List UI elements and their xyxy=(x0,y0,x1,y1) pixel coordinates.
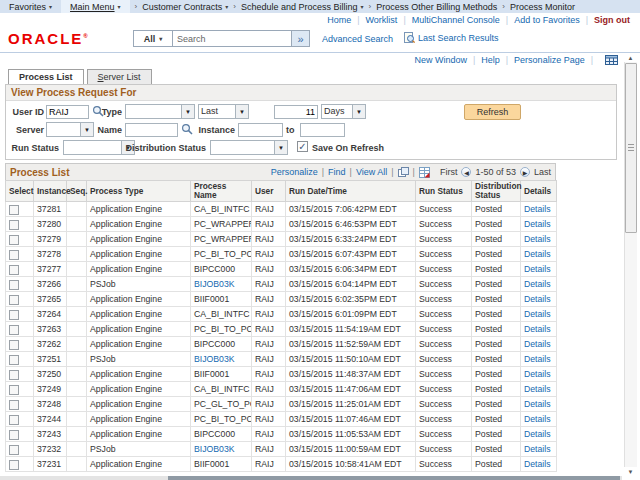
view-all-link[interactable]: View All xyxy=(356,167,387,177)
utility-link-add-to-favorites[interactable]: Add to Favorites xyxy=(514,15,580,25)
previous-page-icon[interactable]: ◀ xyxy=(461,167,471,177)
scrollbar-track[interactable] xyxy=(624,62,637,467)
breadcrumb-item-schedule-and-process-billing[interactable]: Schedule and Process Billing▾ xyxy=(241,2,364,12)
process-name-link[interactable]: BIJOB03K xyxy=(194,279,235,289)
process-name-text: PC_BI_TO_PC xyxy=(194,324,252,334)
details-cell: Details xyxy=(521,322,557,337)
process-name-cell: CA_BI_INTFC xyxy=(191,382,252,397)
breadcrumb-item-customer-contracts[interactable]: Customer Contracts▾ xyxy=(142,2,228,12)
details-link[interactable]: Details xyxy=(524,354,551,364)
breadcrumb-item-process-monitor[interactable]: Process Monitor xyxy=(510,2,575,12)
utility-link-worklist[interactable]: Worklist xyxy=(366,15,398,25)
download-to-excel-icon[interactable] xyxy=(419,167,430,178)
user-cell: RAIJ xyxy=(252,412,286,427)
save-on-refresh-checkbox[interactable]: ✓ xyxy=(297,141,308,152)
details-link[interactable]: Details xyxy=(524,264,551,274)
process-name-text: PC_BI_TO_PC xyxy=(194,249,252,259)
tab-server-list[interactable]: Server List xyxy=(87,69,152,84)
row-select-checkbox[interactable] xyxy=(9,430,19,440)
details-link[interactable]: Details xyxy=(524,369,551,379)
row-select-checkbox[interactable] xyxy=(9,460,19,470)
row-select-checkbox[interactable] xyxy=(9,340,19,350)
copy-url-icon[interactable] xyxy=(605,55,618,65)
details-link[interactable]: Details xyxy=(524,234,551,244)
breadcrumb-item-process-other-billing-methods[interactable]: Process Other Billing Methods xyxy=(376,2,497,12)
details-link[interactable]: Details xyxy=(524,399,551,409)
vertical-scrollbar[interactable]: ▲ ▼ xyxy=(624,53,637,476)
horizontal-scrollbar-thumb[interactable] xyxy=(168,476,620,480)
details-link[interactable]: Details xyxy=(524,219,551,229)
separator: | xyxy=(473,55,475,65)
find-link[interactable]: Find xyxy=(328,167,346,177)
row-select-checkbox[interactable] xyxy=(9,205,19,215)
row-select-checkbox[interactable] xyxy=(9,415,19,425)
days-count-input[interactable] xyxy=(274,105,318,119)
process-name-cell: PC_BI_TO_PC xyxy=(191,412,252,427)
details-link[interactable]: Details xyxy=(524,249,551,259)
instance-from-input[interactable] xyxy=(238,123,283,137)
row-select-checkbox[interactable] xyxy=(9,355,19,365)
details-link[interactable]: Details xyxy=(524,384,551,394)
sign-out-link[interactable]: Sign out xyxy=(594,15,630,25)
details-link[interactable]: Details xyxy=(524,279,551,289)
process-name-link[interactable]: BIJOB03K xyxy=(194,444,235,454)
row-select-checkbox[interactable] xyxy=(9,370,19,380)
type-select[interactable]: ▼ xyxy=(125,104,195,119)
scrollbar-thumb[interactable] xyxy=(625,63,637,233)
details-link[interactable]: Details xyxy=(524,294,551,304)
utility-link-multichannel-console[interactable]: MultiChannel Console xyxy=(412,15,500,25)
pager-first[interactable]: First xyxy=(440,167,458,177)
details-link[interactable]: Details xyxy=(524,324,551,334)
page-link-new-window[interactable]: New Window xyxy=(414,55,467,65)
pager-last[interactable]: Last xyxy=(534,167,551,177)
days-unit-select[interactable]: Days▼ xyxy=(321,104,366,119)
last-search-results[interactable]: Last Search Results xyxy=(404,32,499,43)
table-row: 37264Application EngineCA_BI_INTFCRAIJ03… xyxy=(6,307,557,322)
page-link-personalize-page[interactable]: Personalize Page xyxy=(514,55,585,65)
details-link[interactable]: Details xyxy=(524,459,551,469)
search-go-button[interactable]: » xyxy=(292,30,310,47)
row-select-checkbox[interactable] xyxy=(9,385,19,395)
refresh-button[interactable]: Refresh xyxy=(464,104,521,120)
scroll-down-icon[interactable]: ▼ xyxy=(624,467,637,476)
search-scope-dropdown[interactable]: All ▾ xyxy=(133,30,173,47)
details-link[interactable]: Details xyxy=(524,414,551,424)
row-select-checkbox[interactable] xyxy=(9,235,19,245)
row-select-checkbox[interactable] xyxy=(9,250,19,260)
distribution-status-select[interactable]: ▼ xyxy=(210,140,288,155)
details-link[interactable]: Details xyxy=(524,309,551,319)
name-lookup-icon[interactable] xyxy=(181,123,193,135)
popout-grid-icon[interactable] xyxy=(398,167,409,177)
horizontal-scrollbar[interactable] xyxy=(0,476,622,480)
personalize-link[interactable]: Personalize xyxy=(271,167,318,177)
favorites-menu[interactable]: Favorites ▾ xyxy=(0,0,61,13)
details-link[interactable]: Details xyxy=(524,339,551,349)
instance-to-input[interactable] xyxy=(300,123,345,137)
name-input[interactable] xyxy=(125,123,178,137)
search-input[interactable] xyxy=(173,30,292,47)
details-link[interactable]: Details xyxy=(524,204,551,214)
main-menu[interactable]: Main Menu ▾ xyxy=(61,0,130,13)
row-select-checkbox[interactable] xyxy=(9,325,19,335)
process-name-link[interactable]: BIJOB03K xyxy=(194,354,235,364)
next-page-icon[interactable]: ▶ xyxy=(520,167,530,177)
row-select-checkbox[interactable] xyxy=(9,280,19,290)
tab-process-list[interactable]: Process List xyxy=(8,69,84,84)
distribution-status-cell: Posted xyxy=(472,247,521,262)
advanced-search-link[interactable]: Advanced Search xyxy=(322,34,393,44)
details-link[interactable]: Details xyxy=(524,429,551,439)
row-select-checkbox[interactable] xyxy=(9,400,19,410)
row-select-checkbox[interactable] xyxy=(9,445,19,455)
last-select[interactable]: Last▼ xyxy=(198,104,249,119)
details-link[interactable]: Details xyxy=(524,444,551,454)
scroll-up-icon[interactable]: ▲ xyxy=(624,53,637,62)
page-link-help[interactable]: Help xyxy=(481,55,500,65)
utility-link-home[interactable]: Home xyxy=(327,15,351,25)
separator: | xyxy=(357,15,359,25)
run-status-cell: Success xyxy=(416,277,472,292)
row-select-checkbox[interactable] xyxy=(9,265,19,275)
row-select-checkbox[interactable] xyxy=(9,295,19,305)
row-select-checkbox[interactable] xyxy=(9,310,19,320)
column-header-distribution-status: Distribution Status xyxy=(472,181,521,202)
row-select-checkbox[interactable] xyxy=(9,220,19,230)
